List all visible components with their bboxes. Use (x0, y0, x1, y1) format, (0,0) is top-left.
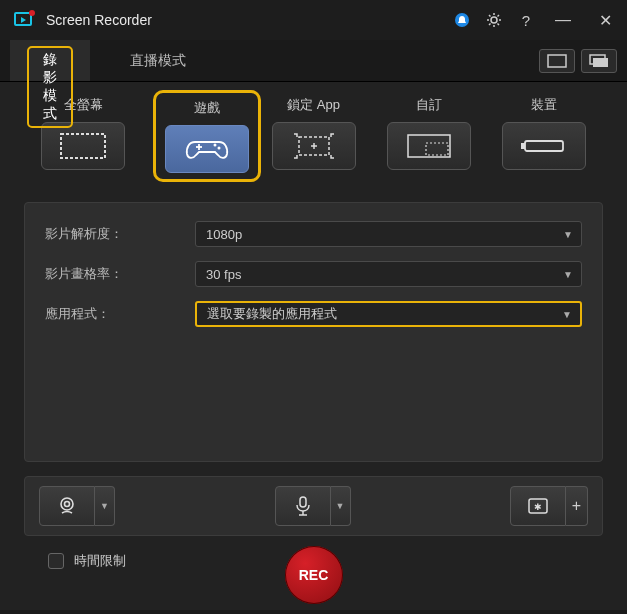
content-area: 全螢幕 遊戲 鎖定 App 自訂 裝 (0, 82, 627, 610)
svg-marker-1 (21, 17, 26, 23)
mode-device[interactable]: 裝置 (499, 96, 589, 182)
input-device-bar: ▼ ▼ ✱ + (24, 476, 603, 536)
tab-stream[interactable]: 直播模式 (90, 40, 226, 81)
mode-custom[interactable]: 自訂 (384, 96, 474, 182)
mode-row: 全螢幕 遊戲 鎖定 App 自訂 裝 (24, 96, 603, 196)
microphone-icon (293, 495, 313, 517)
svg-point-29 (65, 502, 70, 507)
lockapp-icon (272, 122, 356, 170)
settings-panel: 影片解析度： 1080p ▼ 影片畫格率： 30 fps ▼ 應用程式： 選取要… (24, 202, 603, 462)
mode-game[interactable]: 遊戲 (153, 96, 243, 182)
fps-select[interactable]: 30 fps ▼ (195, 261, 582, 287)
gamepad-icon (165, 125, 249, 173)
settings-icon[interactable] (485, 11, 503, 29)
svg-rect-25 (426, 143, 448, 155)
chevron-down-icon: ▼ (562, 309, 572, 320)
record-button[interactable]: REC (285, 546, 343, 604)
chevron-down-icon: ▼ (563, 229, 573, 240)
svg-rect-30 (300, 497, 306, 507)
svg-point-19 (214, 144, 217, 147)
view-single-button[interactable] (539, 49, 575, 73)
svg-line-11 (489, 24, 491, 26)
tab-stream-label: 直播模式 (130, 52, 186, 70)
minimize-button[interactable]: — (549, 11, 577, 29)
titlebar: Screen Recorder ? — ✕ (0, 0, 627, 40)
mic-dropdown[interactable]: ▼ (331, 486, 351, 526)
svg-rect-13 (548, 55, 566, 67)
fullscreen-icon (41, 122, 125, 170)
webcam-icon (56, 495, 78, 517)
mic-group: ▼ (275, 486, 351, 526)
resolution-label: 影片解析度： (45, 225, 195, 243)
application-select[interactable]: 選取要錄製的應用程式 ▼ (195, 301, 582, 327)
timelimit-label: 時間限制 (74, 552, 126, 570)
overlay-group: ✱ + (510, 486, 588, 526)
device-icon (502, 122, 586, 170)
webcam-group: ▼ (39, 486, 115, 526)
fps-label: 影片畫格率： (45, 265, 195, 283)
timelimit-checkbox[interactable] (48, 553, 64, 569)
svg-point-28 (61, 498, 73, 510)
svg-point-4 (491, 17, 497, 23)
app-title: Screen Recorder (46, 12, 453, 28)
tab-record-label: 錄影模式 (27, 46, 73, 128)
svg-rect-24 (408, 135, 450, 157)
view-multi-button[interactable] (581, 49, 617, 73)
resolution-select[interactable]: 1080p ▼ (195, 221, 582, 247)
svg-point-20 (218, 147, 221, 150)
mic-button[interactable] (275, 486, 331, 526)
application-label: 應用程式： (45, 305, 195, 323)
notification-icon[interactable] (453, 11, 471, 29)
svg-line-10 (498, 24, 500, 26)
webcam-button[interactable] (39, 486, 95, 526)
close-button[interactable]: ✕ (591, 11, 619, 30)
svg-line-9 (489, 15, 491, 17)
mode-lockapp[interactable]: 鎖定 App (269, 96, 359, 182)
main-tab-bar: 錄影模式 直播模式 (0, 40, 627, 82)
tab-record[interactable]: 錄影模式 (10, 40, 90, 81)
svg-rect-27 (521, 143, 525, 149)
webcam-dropdown[interactable]: ▼ (95, 486, 115, 526)
overlay-icon: ✱ (527, 496, 549, 516)
chevron-down-icon: ▼ (563, 269, 573, 280)
svg-point-2 (29, 10, 35, 16)
overlay-button[interactable]: ✱ (510, 486, 566, 526)
svg-text:✱: ✱ (534, 502, 542, 512)
app-logo-icon (12, 8, 36, 32)
custom-icon (387, 122, 471, 170)
svg-line-12 (498, 15, 500, 17)
help-icon[interactable]: ? (517, 11, 535, 29)
svg-rect-16 (61, 134, 105, 158)
svg-rect-26 (525, 141, 563, 151)
overlay-add-button[interactable]: + (566, 486, 588, 526)
